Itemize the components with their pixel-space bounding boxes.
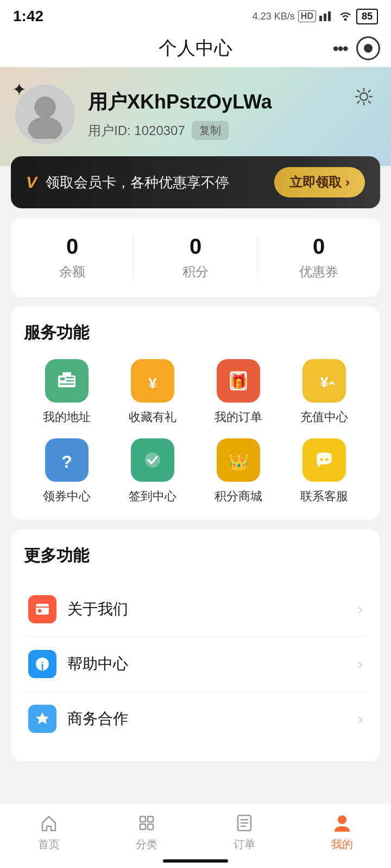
vip-v-icon: V	[26, 173, 37, 192]
more-functions-card: 更多功能 关于我们 › i 帮助中心 › 商务合作 ›	[11, 529, 380, 761]
coupon-label: 领券中心	[43, 488, 91, 505]
svg-marker-32	[36, 712, 49, 724]
service-checkin[interactable]: 签到中心	[110, 438, 195, 505]
orders-icon: 🎁	[217, 359, 260, 403]
status-icons: 4.23 KB/s HD 85	[253, 9, 378, 24]
status-time: 1:42	[13, 8, 43, 25]
svg-point-4	[34, 97, 56, 118]
svg-point-23	[145, 452, 160, 468]
more-functions-title: 更多功能	[24, 545, 367, 567]
svg-rect-12	[62, 372, 71, 375]
service-my-orders[interactable]: 🎁 我的订单	[195, 359, 281, 425]
record-icon-inner	[364, 44, 373, 53]
service-customer-service[interactable]: 联系客服	[281, 438, 367, 505]
points-label: 积分	[182, 263, 209, 280]
svg-point-3	[344, 18, 346, 21]
svg-rect-35	[140, 824, 146, 829]
coupons-stat[interactable]: 0 优惠券	[257, 234, 380, 280]
services-title: 服务功能	[24, 322, 367, 344]
svg-text:🎁: 🎁	[230, 373, 248, 390]
svg-rect-1	[324, 14, 326, 21]
more-options-button[interactable]: •••	[332, 39, 348, 59]
profile-info: 用户XKhPstzOyLWa 用户ID: 1020307 复制	[88, 89, 376, 140]
balance-label: 余额	[59, 263, 85, 280]
recharge-label: 充值中心	[300, 409, 348, 425]
balance-stat[interactable]: 0 余额	[11, 234, 134, 280]
help-center-item[interactable]: i 帮助中心 ›	[24, 637, 367, 692]
settings-button[interactable]	[352, 85, 376, 108]
points-mall-icon: 👑	[217, 438, 260, 482]
coupons-label: 优惠券	[299, 263, 338, 280]
points-stat[interactable]: 0 积分	[134, 234, 257, 280]
collect-label: 收藏有礼	[129, 409, 176, 425]
business-coop-icon	[28, 705, 56, 733]
svg-rect-27	[36, 604, 49, 615]
service-my-address[interactable]: 我的地址	[24, 359, 110, 425]
recharge-icon: ¥	[302, 359, 346, 403]
svg-rect-36	[148, 824, 153, 829]
top-nav: 个人中心 •••	[0, 29, 391, 67]
customer-service-icon	[302, 438, 346, 482]
customer-service-label: 联系客服	[300, 488, 348, 505]
gear-icon	[354, 86, 374, 107]
svg-point-5	[28, 117, 62, 139]
my-tab-icon	[331, 812, 353, 834]
user-id: 用户ID: 1020307	[88, 122, 185, 139]
copy-id-button[interactable]: 复制	[192, 121, 229, 140]
svg-point-26	[326, 458, 329, 461]
address-icon	[45, 359, 89, 403]
points-mall-label: 积分商城	[215, 488, 262, 505]
help-center-label: 帮助中心	[67, 654, 358, 674]
avatar-image	[21, 90, 70, 139]
orders-tab-icon	[234, 812, 255, 834]
nav-actions: •••	[332, 36, 380, 60]
help-center-icon: i	[28, 650, 56, 678]
service-recharge[interactable]: ¥ 充值中心	[281, 359, 367, 425]
orders-label: 我的订单	[215, 409, 262, 425]
username: 用户XKhPstzOyLWa	[88, 89, 376, 116]
about-us-icon	[28, 595, 56, 623]
star-decoration: ✦	[12, 79, 27, 100]
tab-my-label: 我的	[331, 837, 353, 852]
vip-claim-button[interactable]: 立即领取 ›	[274, 167, 365, 197]
svg-text:¥: ¥	[148, 375, 157, 392]
home-indicator	[163, 859, 228, 863]
address-label: 我的地址	[43, 409, 91, 425]
svg-rect-2	[328, 11, 331, 21]
vip-info: V 领取会员卡，各种优惠享不停	[26, 173, 229, 192]
coupons-value: 0	[313, 234, 325, 259]
bottom-tab-bar: 首页 分类 订单 我的	[0, 803, 391, 868]
tab-category-label: 分类	[136, 837, 157, 852]
page-title: 个人中心	[159, 36, 232, 61]
service-coupon-center[interactable]: ? 领券中心	[24, 438, 110, 505]
service-collect-gift[interactable]: ¥ 收藏有礼	[110, 359, 195, 425]
svg-text:¥: ¥	[320, 374, 329, 391]
svg-rect-33	[140, 816, 146, 822]
about-us-label: 关于我们	[67, 599, 358, 620]
profile-id-row: 用户ID: 1020307 复制	[88, 121, 376, 140]
tab-orders[interactable]: 订单	[195, 812, 293, 852]
tab-orders-label: 订单	[234, 837, 255, 852]
about-us-item[interactable]: 关于我们 ›	[24, 582, 367, 637]
checkin-icon	[131, 438, 174, 482]
vip-description: 领取会员卡，各种优惠享不停	[46, 173, 229, 192]
svg-rect-34	[148, 816, 153, 822]
more-functions-list: 关于我们 › i 帮助中心 › 商务合作 ›	[24, 582, 367, 746]
tab-category[interactable]: 分类	[98, 812, 195, 852]
collect-icon: ¥	[131, 359, 174, 403]
record-button[interactable]	[356, 36, 380, 60]
services-card: 服务功能 我的地址 ¥ 收藏有礼 🎁 我的订单 ¥ 充值中心	[11, 307, 380, 520]
battery-indicator: 85	[356, 9, 378, 24]
signal-icon	[319, 9, 335, 24]
service-points-mall[interactable]: 👑 积分商城	[195, 438, 281, 505]
wifi-icon	[338, 9, 353, 24]
tab-home[interactable]: 首页	[0, 812, 98, 852]
tab-my[interactable]: 我的	[293, 812, 391, 852]
category-icon	[136, 812, 157, 834]
home-icon	[38, 812, 60, 834]
svg-text:i: i	[41, 660, 44, 672]
business-coop-item[interactable]: 商务合作 ›	[24, 692, 367, 746]
svg-rect-0	[319, 16, 322, 21]
tab-home-label: 首页	[38, 837, 60, 852]
profile-header: ✦ 用户XKhPstzOyLWa 用户ID: 1020307 复制	[0, 67, 391, 166]
